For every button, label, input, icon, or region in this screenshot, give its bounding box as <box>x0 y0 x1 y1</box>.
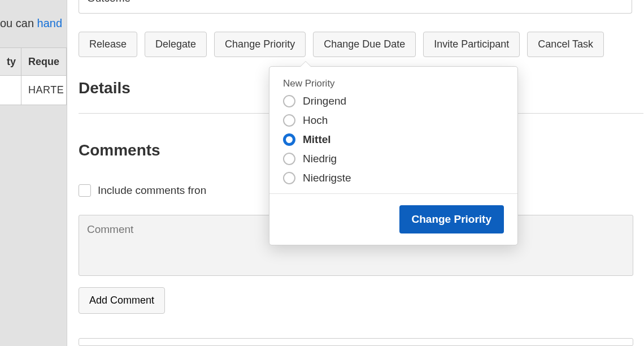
priority-radio-list: Dringend Hoch Mittel Niedrig Niedrigste <box>283 95 504 184</box>
bottom-input-fragment <box>79 338 633 346</box>
add-comment-button[interactable]: Add Comment <box>79 287 165 314</box>
popover-body: New Priority Dringend Hoch Mittel Niedri… <box>269 67 517 193</box>
priority-option-medium[interactable]: Mittel <box>283 133 504 146</box>
radio-icon <box>283 153 295 165</box>
include-comments-row: Include comments fron <box>79 184 206 197</box>
include-comments-label: Include comments fron <box>98 184 206 197</box>
action-buttons-row: Release Delegate Change Priority Change … <box>79 32 604 57</box>
priority-option-label: Mittel <box>303 133 331 146</box>
popover-arrow-icon <box>300 61 311 67</box>
radio-icon <box>283 114 295 127</box>
release-button[interactable]: Release <box>79 32 137 57</box>
invite-participant-button[interactable]: Invite Participant <box>423 32 520 57</box>
left-td-request: HARTE <box>21 76 67 105</box>
left-table-fragment: ty Reque HARTE <box>0 47 67 105</box>
cancel-task-button[interactable]: Cancel Task <box>527 32 604 57</box>
priority-option-lowest[interactable]: Niedrigste <box>283 172 504 184</box>
change-priority-popover: New Priority Dringend Hoch Mittel Niedri… <box>269 66 518 245</box>
popover-title: New Priority <box>283 78 504 89</box>
left-table-data-row: HARTE <box>0 76 67 105</box>
popover-footer: Change Priority <box>269 193 517 245</box>
radio-icon <box>283 172 295 184</box>
radio-icon <box>283 133 295 146</box>
comments-heading: Comments <box>79 141 160 159</box>
hint-pre: ou can <box>0 17 37 29</box>
priority-option-low[interactable]: Niedrig <box>283 153 504 165</box>
priority-option-label: Dringend <box>303 95 346 107</box>
change-priority-submit-button[interactable]: Change Priority <box>399 205 504 233</box>
change-due-date-button[interactable]: Change Due Date <box>313 32 416 57</box>
background-left-panel: ou can hand ty Reque HARTE <box>0 0 67 346</box>
hint-text: ou can hand <box>0 17 62 30</box>
priority-option-label: Niedrigste <box>303 172 351 184</box>
hint-link[interactable]: hand <box>37 17 63 29</box>
left-th-priority: ty <box>0 47 21 76</box>
priority-option-high[interactable]: Hoch <box>283 114 504 127</box>
details-heading: Details <box>79 79 130 97</box>
radio-icon <box>283 95 295 107</box>
delegate-button[interactable]: Delegate <box>145 32 207 57</box>
change-priority-button[interactable]: Change Priority <box>214 32 306 57</box>
left-table-header-row: ty Reque <box>0 47 67 76</box>
include-comments-checkbox[interactable] <box>79 184 91 197</box>
left-td-priority <box>0 76 21 105</box>
priority-option-label: Hoch <box>303 114 328 127</box>
left-th-request: Reque <box>21 47 67 76</box>
outcome-dropdown[interactable]: Outcome <box>79 0 632 14</box>
priority-option-urgent[interactable]: Dringend <box>283 95 504 107</box>
main-panel: Outcome Release Delegate Change Priority… <box>67 0 644 346</box>
priority-option-label: Niedrig <box>303 153 337 165</box>
